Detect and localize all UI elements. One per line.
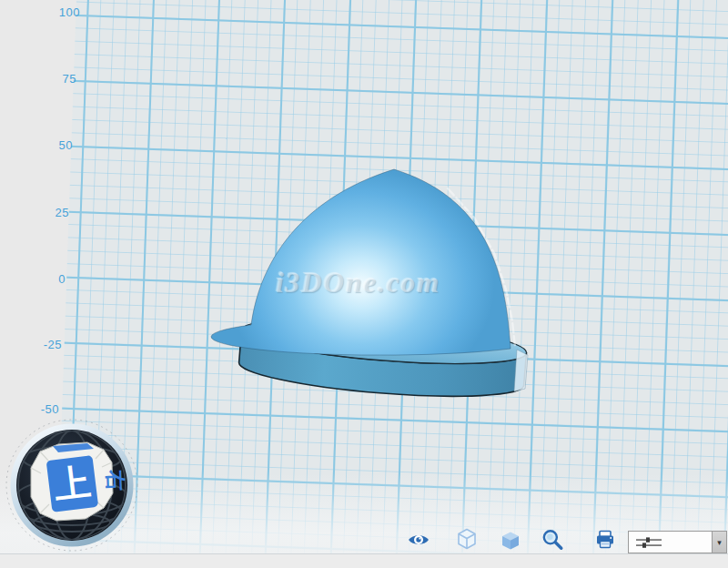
viewcube-front-face[interactable]: 上 — [46, 455, 99, 512]
print-button[interactable] — [593, 528, 617, 552]
chevron-down-icon: ▾ — [717, 538, 722, 547]
viewcube-front-face-label: 上 — [52, 462, 93, 506]
navigation-viewcube[interactable]: 上 右 — [0, 410, 150, 568]
zoom-tool-button[interactable] — [541, 528, 564, 552]
viewcube-side-face-label[interactable]: 右 — [104, 469, 128, 492]
shaded-display-button[interactable] — [499, 529, 522, 553]
slider-settings-icon — [635, 535, 666, 550]
visibility-button[interactable] — [407, 528, 430, 552]
display-mode-dropdown[interactable]: ▾ — [628, 531, 727, 553]
wireframe-display-button[interactable] — [455, 527, 479, 551]
magnifier-icon — [541, 528, 564, 552]
display-mode-current[interactable] — [629, 532, 712, 553]
wireframe-cube-icon — [456, 528, 478, 550]
cad-viewport-window: { "watermark": { "text": "i3DOne.com" },… — [0, 0, 728, 568]
printer-icon — [594, 529, 616, 551]
base-facet-highlight — [514, 350, 528, 391]
solid-cube-icon — [500, 530, 521, 552]
model-dome-surface[interactable] — [211, 169, 511, 355]
dropdown-arrow-button[interactable]: ▾ — [712, 532, 726, 553]
eye-icon — [408, 529, 430, 551]
